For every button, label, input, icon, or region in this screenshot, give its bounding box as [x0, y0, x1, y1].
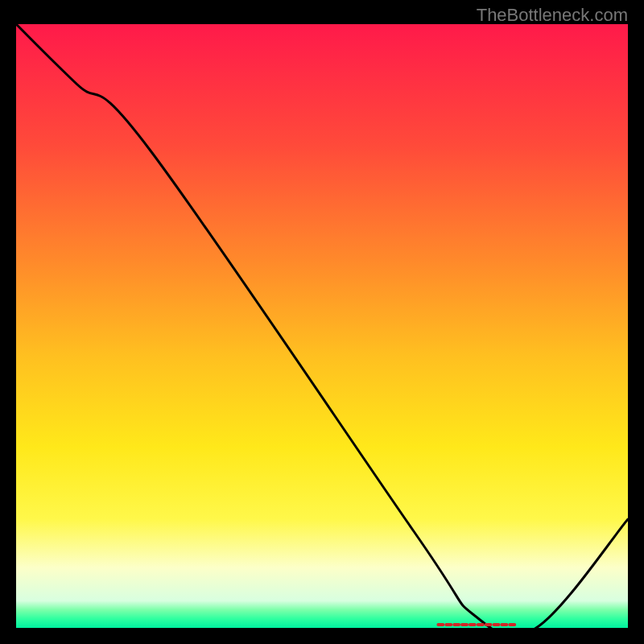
- bottleneck-chart: [16, 24, 628, 628]
- chart-plot-area: [16, 24, 628, 628]
- gradient-background: [16, 24, 628, 628]
- watermark-text: TheBottleneck.com: [477, 5, 628, 26]
